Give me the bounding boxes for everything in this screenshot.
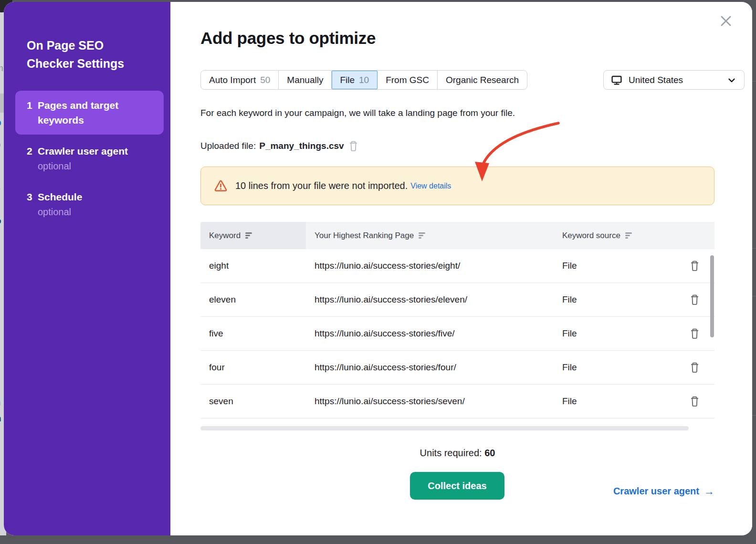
column-header-keyword[interactable]: Keyword — [200, 222, 306, 249]
sort-icon[interactable] — [245, 231, 252, 240]
keyword-cell: eight — [200, 261, 306, 271]
modal-main-content: Add pages to optimize Auto Import50 Manu… — [170, 2, 752, 535]
background-text-fragment: o — [0, 216, 1, 226]
background-divider — [752, 415, 756, 416]
delete-row-button[interactable] — [674, 362, 714, 373]
table-header-row: Keyword Your Highest Ranking Page Keywor… — [200, 222, 714, 249]
crawler-user-agent-link[interactable]: Crawler user agent → — [613, 486, 714, 497]
tab-manually[interactable]: Manually — [279, 71, 332, 89]
table-horizontal-scrollbar[interactable] — [200, 426, 689, 430]
warning-triangle-icon — [214, 180, 227, 192]
keywords-table: Keyword Your Highest Ranking Page Keywor… — [200, 222, 714, 418]
uploaded-file-prefix: Uploaded file: — [200, 141, 256, 151]
trash-icon — [690, 260, 700, 272]
table-row: five https://lunio.ai/success-stories/fi… — [200, 317, 714, 351]
keyword-cell: seven — [200, 396, 306, 407]
units-required-label: Units required: — [420, 448, 482, 458]
page-url-cell: https://lunio.ai/success-stories/eight/ — [306, 261, 554, 271]
tab-from-gsc[interactable]: From GSC — [378, 71, 438, 89]
intro-text: For each keyword in your campaign, we wi… — [200, 108, 515, 118]
settings-modal: On Page SEO Checker Settings 1 Pages and… — [4, 2, 752, 535]
trash-icon — [690, 328, 700, 339]
sidebar-title: On Page SEO Checker Settings — [27, 36, 136, 73]
column-header-source[interactable]: Keyword source — [554, 222, 674, 249]
units-required-line: Units required: 60 — [200, 448, 714, 459]
delete-row-button[interactable] — [674, 396, 714, 407]
background-text-fragment: m — [0, 63, 3, 73]
arrow-right-icon: → — [704, 486, 714, 497]
delete-row-button[interactable] — [674, 260, 714, 272]
tab-count: 50 — [260, 75, 270, 85]
page-title: Add pages to optimize — [200, 29, 376, 48]
collect-ideas-button[interactable]: Collect ideas — [410, 472, 504, 500]
close-button[interactable] — [717, 12, 735, 30]
column-header-actions — [674, 222, 714, 249]
monitor-icon — [611, 74, 622, 86]
source-tabs: Auto Import50 Manually File10 From GSC O… — [200, 70, 527, 90]
view-details-link[interactable]: View details — [410, 182, 451, 190]
trash-icon — [690, 294, 700, 305]
step-label: Pages and target keywords — [38, 98, 145, 127]
table-row: eleven https://lunio.ai/success-stories/… — [200, 283, 714, 317]
table-row: four https://lunio.ai/success-stories/fo… — [200, 351, 714, 385]
sort-icon[interactable] — [625, 231, 632, 240]
uploaded-file-name: P_many_things.csv — [259, 141, 344, 151]
chevron-down-icon — [726, 75, 737, 85]
trash-icon — [690, 362, 700, 373]
background-text-fragment: p — [0, 117, 1, 128]
keyword-cell: eleven — [200, 294, 306, 305]
page-url-cell: https://lunio.ai/success-stories/seven/ — [306, 396, 554, 407]
step-pages-and-keywords[interactable]: 1 Pages and target keywords — [15, 91, 164, 135]
background-text-fragment: y — [0, 185, 0, 196]
background-divider — [752, 296, 756, 296]
table-row: seven https://lunio.ai/success-stories/s… — [200, 385, 714, 418]
step-optional-tag: optional — [38, 159, 145, 173]
step-number: 2 — [21, 144, 38, 173]
region-selected-value: United States — [629, 75, 683, 85]
step-number: 3 — [21, 189, 38, 219]
column-header-page[interactable]: Your Highest Ranking Page — [306, 222, 554, 249]
trash-icon — [348, 140, 358, 152]
table-vertical-scrollbar[interactable] — [710, 255, 714, 337]
step-optional-tag: optional — [38, 205, 145, 219]
table-row: eight https://lunio.ai/success-stories/e… — [200, 249, 714, 283]
uploaded-file-line: Uploaded file: P_many_things.csv — [200, 140, 358, 152]
source-cell: File — [554, 294, 674, 305]
background-divider — [752, 248, 756, 249]
tab-count: 10 — [359, 75, 369, 85]
warning-message: 10 lines from your file were not importe… — [235, 180, 408, 191]
background-text-fragment: n — [0, 397, 1, 408]
page-url-cell: https://lunio.ai/success-stories/eleven/ — [306, 294, 554, 305]
region-dropdown[interactable]: United States — [603, 70, 745, 90]
step-number: 1 — [21, 98, 38, 127]
close-icon — [717, 12, 735, 30]
step-label: Crawler user agent optional — [38, 144, 145, 173]
delete-row-button[interactable] — [674, 328, 714, 339]
tab-organic-research[interactable]: Organic Research — [438, 71, 527, 89]
keyword-cell: four — [200, 362, 306, 373]
delete-row-button[interactable] — [674, 294, 714, 305]
source-cell: File — [554, 396, 674, 407]
settings-sidebar: On Page SEO Checker Settings 1 Pages and… — [4, 2, 170, 535]
background-text-fragment: o — [0, 139, 1, 150]
source-cell: File — [554, 261, 674, 271]
source-cell: File — [554, 328, 674, 339]
steps-nav: 1 Pages and target keywords 2 Crawler us… — [15, 91, 164, 226]
import-warning-banner: 10 lines from your file were not importe… — [200, 167, 714, 205]
trash-icon — [690, 396, 700, 407]
keyword-cell: five — [200, 328, 306, 339]
tab-file[interactable]: File10 — [332, 71, 378, 89]
source-cell: File — [554, 362, 674, 373]
page-url-cell: https://lunio.ai/success-stories/five/ — [306, 328, 554, 339]
sort-icon[interactable] — [419, 231, 425, 240]
step-label: Schedule optional — [38, 189, 145, 219]
units-required-value: 60 — [484, 448, 495, 458]
remove-file-button[interactable] — [348, 140, 358, 152]
tab-auto-import[interactable]: Auto Import50 — [201, 71, 279, 89]
background-text-fragment: n — [0, 413, 1, 424]
tab-row: Auto Import50 Manually File10 From GSC O… — [200, 70, 745, 90]
step-schedule[interactable]: 3 Schedule optional — [15, 182, 164, 226]
page-url-cell: https://lunio.ai/success-stories/four/ — [306, 362, 554, 373]
step-crawler-user-agent[interactable]: 2 Crawler user agent optional — [15, 136, 164, 180]
background-divider — [752, 81, 756, 82]
